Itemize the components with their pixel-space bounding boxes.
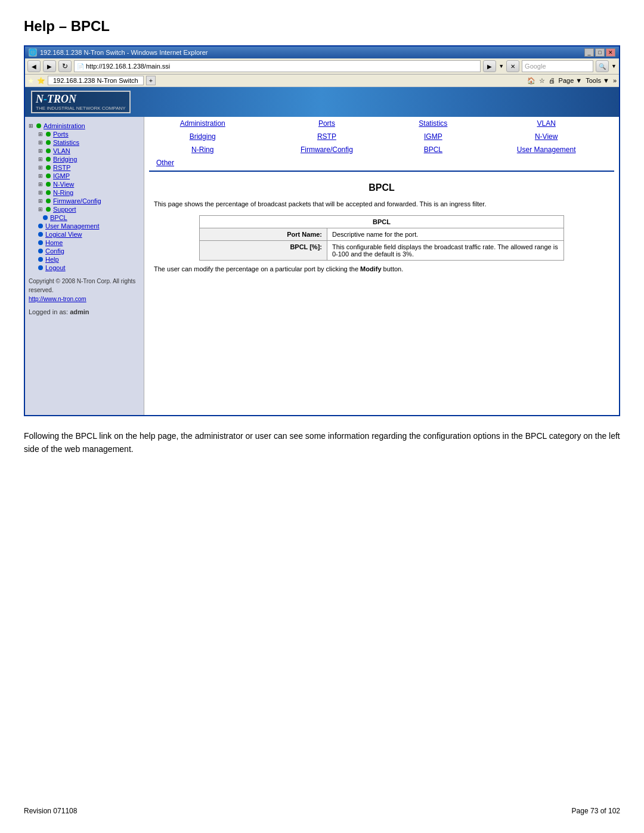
bullet-statistics	[46, 140, 51, 145]
nav-firmware[interactable]: Firmware/Config	[301, 145, 353, 154]
sidebar-item-igmp[interactable]: ⊞ IGMP	[29, 172, 140, 180]
search-placeholder: Google	[525, 63, 546, 70]
sidebar-item-administration[interactable]: ⊞ Administration	[29, 122, 140, 130]
sidebar-item-statistics[interactable]: ⊞ Statistics	[29, 138, 140, 147]
sidebar-label-ports[interactable]: Ports	[53, 131, 69, 138]
sidebar-label-home[interactable]: Home	[45, 239, 63, 246]
refresh-button[interactable]: ↻	[58, 60, 72, 72]
bottom-description: Following the BPCL link on the help page…	[24, 429, 620, 456]
url-text: http://192.168.1.238/main.ssi	[86, 63, 170, 70]
sidebar-label-rstp[interactable]: RSTP	[53, 164, 70, 171]
forward-button[interactable]: ▶	[43, 60, 56, 72]
sidebar-label-firmware[interactable]: Firmware/Config	[53, 197, 101, 205]
sidebar-item-logicalview[interactable]: Logical View	[29, 230, 140, 239]
bullet-nview	[46, 182, 51, 187]
sidebar-label-administration[interactable]: Administration	[44, 122, 85, 129]
logged-in-user: admin	[70, 308, 89, 315]
sidebar-label-help[interactable]: Help	[45, 256, 59, 263]
search-button[interactable]: 🔍	[596, 60, 609, 72]
nav-ports[interactable]: Ports	[318, 119, 335, 128]
nav-administration[interactable]: Administration	[180, 119, 225, 128]
sidebar-label-logicalview[interactable]: Logical View	[45, 231, 82, 238]
page-footer: Revision 071108 Page 73 of 102	[24, 807, 620, 815]
sidebar-label-statistics[interactable]: Statistics	[53, 139, 79, 146]
bullet-firmware	[46, 199, 51, 203]
browser-titlebar: 🌐 192.168.1.238 N-Tron Switch - Windows …	[25, 47, 619, 58]
sidebar-item-logout[interactable]: Logout	[29, 264, 140, 272]
sidebar-label-vlan[interactable]: VLAN	[53, 147, 70, 154]
nav-usermgmt[interactable]: User Management	[517, 145, 576, 154]
sidebar-label-config[interactable]: Config	[45, 247, 64, 255]
sidebar-item-rstp[interactable]: ⊞ RSTP	[29, 163, 140, 172]
bullet-logout	[38, 265, 43, 270]
stop-button[interactable]: ✕	[506, 60, 519, 72]
expand-icon-rstp: ⊞	[38, 165, 43, 171]
expand-icon-support: ⊞	[38, 206, 43, 212]
search-bar[interactable]: Google	[522, 60, 593, 72]
nav-tabs: Administration Ports Statistics VLAN Bri…	[144, 117, 619, 169]
sidebar-item-vlan[interactable]: ⊞ VLAN	[29, 147, 140, 155]
copyright-text: Copyright © 2008 N-Tron Corp. All rights…	[29, 277, 140, 295]
sidebar-item-usermgmt[interactable]: User Management	[29, 222, 140, 230]
sidebar-label-bpcl[interactable]: BPCL	[50, 214, 67, 221]
sidebar-label-nview[interactable]: N-View	[53, 181, 74, 188]
bpcl-info-table: BPCL Port Name: Descriptive name for the…	[199, 215, 564, 261]
sidebar-item-ports[interactable]: ⊞ Ports	[29, 130, 140, 138]
bookmark-icon[interactable]: ☆	[539, 77, 545, 85]
print-icon[interactable]: 🖨	[549, 77, 555, 84]
sidebar-item-home[interactable]: Home	[29, 239, 140, 247]
nav-vlan[interactable]: VLAN	[537, 119, 555, 128]
home-icon[interactable]: 🏠	[527, 77, 535, 85]
nav-igmp[interactable]: IGMP	[424, 132, 442, 141]
field-bpcl-label: BPCL [%]:	[200, 240, 327, 260]
field-bpcl-desc: This configurable field displays the bro…	[327, 240, 564, 260]
close-button[interactable]: ✕	[606, 48, 615, 57]
expand-icon-ports: ⊞	[38, 131, 43, 137]
sidebar-item-config[interactable]: Config	[29, 247, 140, 255]
expand-icon-firmware: ⊞	[38, 198, 43, 204]
ntron-header: N-TRON THE INDUSTRIAL NETWORK COMPANY	[25, 87, 619, 117]
sidebar-label-usermgmt[interactable]: User Management	[45, 222, 100, 230]
browser-toolbar: ◀ ▶ ↻ 📄 http://192.168.1.238/main.ssi ▶ …	[25, 58, 619, 75]
field-portname-desc: Descriptive name for the port.	[327, 228, 564, 240]
main-panel: Administration Ports Statistics VLAN Bri…	[144, 117, 619, 415]
go-button[interactable]: ▶	[483, 60, 496, 72]
nav-nview[interactable]: N-View	[535, 132, 558, 141]
nav-rstp[interactable]: RSTP	[317, 132, 336, 141]
sidebar-item-nring[interactable]: ⊞ N-Ring	[29, 188, 140, 197]
maximize-button[interactable]: □	[595, 48, 605, 57]
favorites-icon2: ⭐	[37, 77, 45, 85]
nav-bridging[interactable]: Bridging	[190, 132, 216, 141]
nav-other[interactable]: Other	[156, 159, 174, 167]
nav-nring[interactable]: N-Ring	[191, 145, 213, 154]
minimize-button[interactable]: _	[584, 48, 594, 57]
tools-menu[interactable]: Tools ▼	[586, 77, 609, 84]
sidebar-item-bridging[interactable]: ⊞ Bridging	[29, 155, 140, 163]
sidebar-label-nring[interactable]: N-Ring	[53, 189, 73, 196]
pagination-text: Page 73 of 102	[572, 807, 620, 815]
sidebar-label-logout[interactable]: Logout	[45, 264, 66, 271]
expand-icon-nring: ⊞	[38, 190, 43, 196]
revision-text: Revision 071108	[24, 807, 77, 815]
sidebar-item-bpcl[interactable]: BPCL	[29, 213, 140, 222]
sidebar-label-igmp[interactable]: IGMP	[53, 172, 70, 179]
page-menu[interactable]: Page ▼	[559, 77, 583, 84]
sidebar-item-help[interactable]: Help	[29, 255, 140, 264]
nav-bpcl[interactable]: BPCL	[424, 145, 442, 154]
nav-statistics[interactable]: Statistics	[419, 119, 447, 128]
tab-label[interactable]: 192.168.1.238 N-Tron Switch	[48, 76, 144, 85]
sidebar-label-support[interactable]: Support	[53, 206, 76, 213]
sidebar-label-bridging[interactable]: Bridging	[53, 156, 77, 163]
sidebar-item-nview[interactable]: ⊞ N-View	[29, 180, 140, 188]
tab-add-btn[interactable]: +	[146, 76, 156, 85]
sidebar-item-firmware[interactable]: ⊞ Firmware/Config	[29, 197, 140, 205]
bullet-logicalview	[38, 232, 43, 237]
website-link[interactable]: http://www.n-tron.com	[29, 296, 86, 302]
bullet-nring	[46, 190, 51, 195]
back-button[interactable]: ◀	[27, 60, 41, 72]
sidebar-item-support[interactable]: ⊞ Support	[29, 205, 140, 213]
titlebar-buttons: _ □ ✕	[584, 48, 615, 57]
address-bar[interactable]: 📄 http://192.168.1.238/main.ssi	[74, 60, 481, 72]
bullet-bridging	[46, 157, 51, 162]
expand-icon-nview: ⊞	[38, 181, 43, 187]
